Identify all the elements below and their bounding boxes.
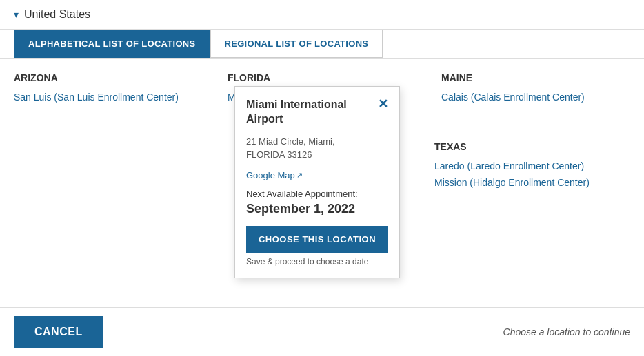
cancel-button[interactable]: CANCEL	[14, 316, 103, 348]
appointment-date: September 1, 2022	[246, 202, 388, 216]
tab-alphabetical[interactable]: ALPHABETICAL LIST OF LOCATIONS	[14, 30, 210, 58]
tab-regional[interactable]: REGIONAL LIST OF LOCATIONS	[210, 30, 383, 58]
google-map-link[interactable]: Google Map ↗	[246, 170, 303, 180]
save-note: Save & proceed to choose a date	[246, 257, 388, 266]
appointment-label: Next Available Appointment:	[246, 189, 388, 199]
popup-title: Miami International Airport	[246, 98, 372, 127]
state-heading-texas: TEXAS	[434, 141, 627, 152]
address-line2: FLORIDA 33126	[246, 149, 312, 160]
map-link-label: Google Map	[246, 170, 295, 180]
main-content: ARIZONA San Luis (San Luis Enrollment Ce…	[0, 59, 644, 293]
external-link-icon: ↗	[296, 171, 303, 180]
popup-header: Miami International Airport ✕	[246, 98, 388, 127]
location-link-mission[interactable]: Mission (Hidalgo Enrollment Center)	[434, 177, 627, 188]
chevron-down-icon: ▾	[14, 9, 19, 20]
address-line1: 21 Miad Circle, Miami,	[246, 136, 335, 147]
tabs-bar: ALPHABETICAL LIST OF LOCATIONS REGIONAL …	[0, 30, 644, 59]
location-link-laredo[interactable]: Laredo (Laredo Enrollment Center)	[434, 160, 627, 171]
footer-bar: CANCEL Choose a location to continue	[0, 307, 644, 356]
close-icon[interactable]: ✕	[378, 98, 388, 110]
state-heading-maine: MAINE	[441, 72, 627, 83]
popup-address: 21 Miad Circle, Miami, FLORIDA 33126	[246, 135, 388, 162]
location-link-san-luis[interactable]: San Luis (San Luis Enrollment Center)	[14, 92, 221, 103]
page-title: United States	[24, 8, 90, 21]
state-heading-florida: FLORIDA	[228, 72, 434, 83]
state-col-texas: TEXAS Laredo (Laredo Enrollment Center) …	[434, 141, 627, 193]
header-bar: ▾ United States	[0, 0, 644, 30]
state-col-maine: MAINE Calais (Calais Enrollment Center)	[441, 72, 634, 122]
state-col-arizona: ARIZONA San Luis (San Luis Enrollment Ce…	[14, 72, 228, 122]
location-link-calais[interactable]: Calais (Calais Enrollment Center)	[441, 92, 627, 103]
state-heading-arizona: ARIZONA	[14, 72, 221, 83]
choose-location-button[interactable]: CHOOSE THIS LOCATION	[246, 226, 388, 253]
location-popup: Miami International Airport ✕ 21 Miad Ci…	[234, 86, 400, 278]
footer-hint: Choose a location to continue	[503, 326, 630, 337]
